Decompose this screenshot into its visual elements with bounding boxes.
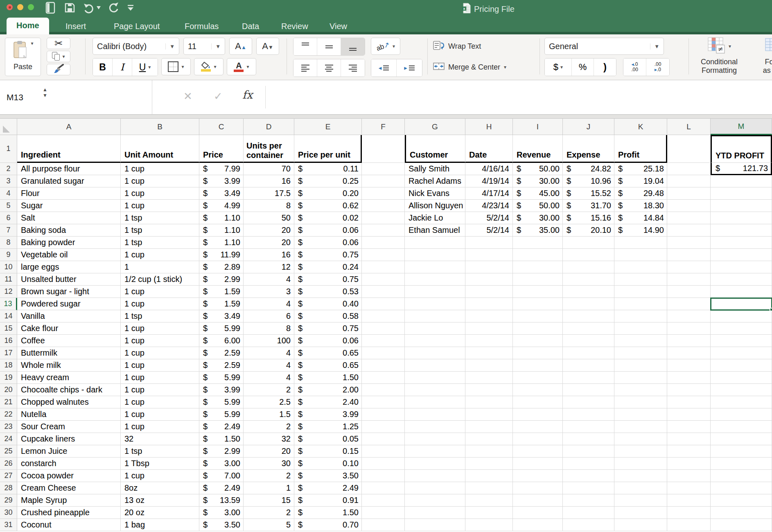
cell-M24[interactable] [711,433,772,445]
cell-M28[interactable] [711,482,772,494]
cell-C22[interactable]: $5.99 [199,408,244,421]
cell-C7[interactable]: $1.10 [199,224,244,237]
name-box-spinner[interactable]: ▲▼ [43,88,47,98]
cell-K28[interactable] [614,482,667,494]
row-header-25[interactable]: 25 [0,445,17,458]
cell-I3[interactable]: $30.00 [513,175,563,187]
cell-D4[interactable]: 17.5 [244,187,294,200]
cell-G16[interactable] [405,335,465,347]
cell-L12[interactable] [667,286,711,298]
cell-L27[interactable] [667,470,711,482]
cell-E28[interactable]: $2.49 [294,482,362,494]
cell-A23[interactable]: Sour Cream [17,421,121,433]
cell-J29[interactable] [563,494,614,507]
cell-M4[interactable] [711,187,772,200]
tab-view[interactable]: View [330,22,347,31]
fill-handle[interactable] [770,308,772,311]
cell-C5[interactable]: $4.99 [199,200,244,212]
copy-dropdown-arrow[interactable]: ▾ [62,54,65,59]
cell-K10[interactable] [614,261,667,273]
cell-K3[interactable]: $19.04 [614,175,667,187]
currency-dropdown-arrow[interactable]: ▾ [560,64,563,70]
cell-C4[interactable]: $3.49 [199,187,244,200]
cell-L17[interactable] [667,347,711,359]
merge-center-dropdown-arrow[interactable]: ▾ [504,64,506,70]
tab-data[interactable]: Data [242,22,259,31]
cell-I17[interactable] [513,347,563,359]
cell-K21[interactable] [614,396,667,408]
cell-D22[interactable]: 1.5 [244,408,294,421]
cell-G7[interactable]: Ethan Samuel [405,224,465,237]
cell-J4[interactable]: $15.52 [563,187,614,200]
row-header-27[interactable]: 27 [0,470,17,482]
cell-F2[interactable] [362,163,405,175]
cell-E23[interactable]: $1.25 [294,421,362,433]
cell-A11[interactable]: Unsalted butter [17,273,121,286]
cell-H9[interactable] [465,249,513,261]
cell-F16[interactable] [362,335,405,347]
orientation-dropdown-arrow[interactable]: ▾ [393,43,395,49]
cell-C26[interactable]: $3.00 [199,458,244,470]
cell-K7[interactable]: $14.90 [614,224,667,237]
row-header-1[interactable]: 1 [0,135,17,163]
cell-C13[interactable]: $1.59 [199,298,244,310]
cell-G5[interactable]: Allison Nguyen [405,200,465,212]
cancel-icon[interactable]: ✕ [183,90,192,103]
cell-F31[interactable] [362,519,405,531]
row-header-21[interactable]: 21 [0,396,17,408]
cell-M27[interactable] [711,470,772,482]
cell-B18[interactable]: 1 cup [121,359,199,372]
cell-M30[interactable] [711,507,772,519]
cell-L5[interactable] [667,200,711,212]
cell-B2[interactable]: 1 cup [121,163,199,175]
row-header-13[interactable]: 13 [0,298,17,310]
cell-C23[interactable]: $2.49 [199,421,244,433]
cell-A27[interactable]: Cocoa powder [17,470,121,482]
cell-H7[interactable]: 5/2/14 [465,224,513,237]
cell-A15[interactable]: Cake flour [17,322,121,335]
toggle-sidebar-icon[interactable] [45,2,56,14]
cell-G10[interactable] [405,261,465,273]
cell-B22[interactable]: 1 cup [121,408,199,421]
cell-C6[interactable]: $1.10 [199,212,244,224]
cell-I16[interactable] [513,335,563,347]
font-color-dropdown-arrow[interactable]: ▾ [246,64,249,70]
cell-J21[interactable] [563,396,614,408]
cell-L29[interactable] [667,494,711,507]
cell-H26[interactable] [465,458,513,470]
cell-C27[interactable]: $7.00 [199,470,244,482]
cell-B9[interactable]: 1 cup [121,249,199,261]
cell-D10[interactable]: 12 [244,261,294,273]
cell-K30[interactable] [614,507,667,519]
row-header-15[interactable]: 15 [0,322,17,335]
close-button[interactable] [7,4,13,10]
cell-B26[interactable]: 1 Tbsp [121,458,199,470]
cell-J11[interactable] [563,273,614,286]
cell-I20[interactable] [513,384,563,396]
cell-D12[interactable]: 3 [244,286,294,298]
tab-page-layout[interactable]: Page Layout [114,22,160,31]
tab-formulas[interactable]: Formulas [185,22,219,31]
cell-G21[interactable] [405,396,465,408]
cell-C20[interactable]: $3.99 [199,384,244,396]
cell-H1[interactable]: Date [465,135,513,163]
cell-J6[interactable]: $15.16 [563,212,614,224]
cell-A2[interactable]: All purpose flour [17,163,121,175]
cell-A10[interactable]: large eggs [17,261,121,273]
cell-G1[interactable]: Customer [405,135,465,163]
cell-J31[interactable] [563,519,614,531]
cell-M3[interactable] [711,175,772,187]
cell-C11[interactable]: $2.99 [199,273,244,286]
cell-H12[interactable] [465,286,513,298]
cell-I29[interactable] [513,494,563,507]
cell-A9[interactable]: Vegetable oil [17,249,121,261]
cell-F6[interactable] [362,212,405,224]
cell-C29[interactable]: $13.59 [199,494,244,507]
cell-K18[interactable] [614,359,667,372]
tab-insert[interactable]: Insert [65,22,86,31]
cell-H19[interactable] [465,372,513,384]
cell-L25[interactable] [667,445,711,458]
format-painter-button[interactable] [47,64,70,75]
cell-H22[interactable] [465,408,513,421]
active-cell-M13[interactable] [711,298,772,310]
